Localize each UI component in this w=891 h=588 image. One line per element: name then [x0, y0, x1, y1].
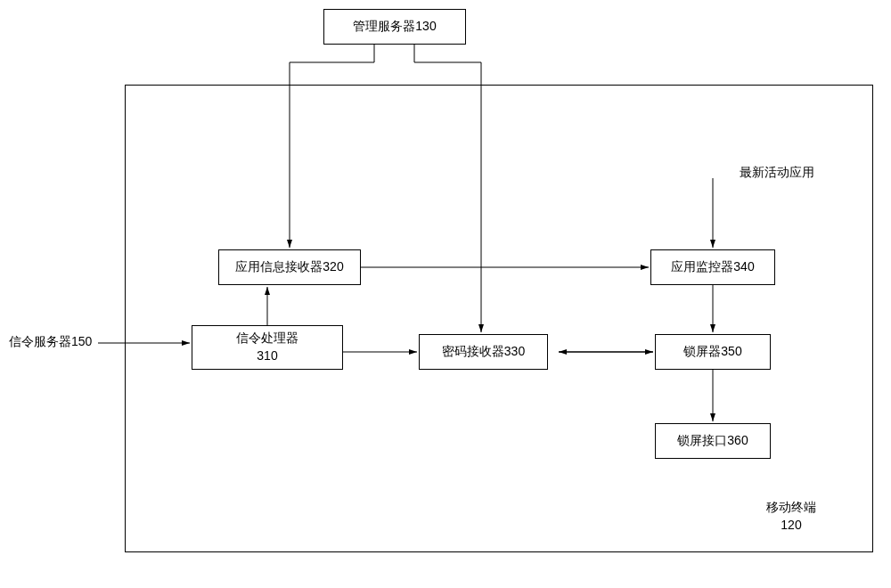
lock-interface-label: 锁屏接口360: [677, 433, 748, 449]
app-monitor-box: 应用监控器340: [650, 249, 775, 285]
management-server-box: 管理服务器130: [323, 9, 466, 45]
mobile-terminal-l2: 120: [766, 517, 816, 535]
app-monitor-label: 应用监控器340: [671, 259, 754, 275]
signal-processor-l2: 310: [236, 347, 298, 365]
lock-interface-box: 锁屏接口360: [655, 423, 771, 459]
mobile-terminal-container: [125, 85, 873, 552]
app-info-receiver-box: 应用信息接收器320: [218, 249, 361, 285]
mobile-terminal-label-wrap: 移动终端 120: [766, 499, 816, 534]
lock-screen-box: 锁屏器350: [655, 334, 771, 370]
mobile-terminal-l1: 移动终端: [766, 499, 816, 517]
latest-active-label: 最新活动应用: [740, 165, 814, 179]
latest-active-label-wrap: 最新活动应用: [740, 165, 814, 181]
management-server-label: 管理服务器130: [353, 19, 436, 35]
password-receiver-box: 密码接收器330: [419, 334, 548, 370]
app-info-receiver-label: 应用信息接收器320: [235, 259, 343, 275]
signal-processor-box: 信令处理器 310: [192, 325, 343, 370]
signal-server-label: 信令服务器150: [9, 334, 92, 348]
signal-processor-l1: 信令处理器: [236, 330, 298, 347]
lock-screen-label: 锁屏器350: [683, 344, 741, 360]
password-receiver-label: 密码接收器330: [442, 344, 525, 360]
signal-server-label-wrap: 信令服务器150: [9, 334, 92, 350]
